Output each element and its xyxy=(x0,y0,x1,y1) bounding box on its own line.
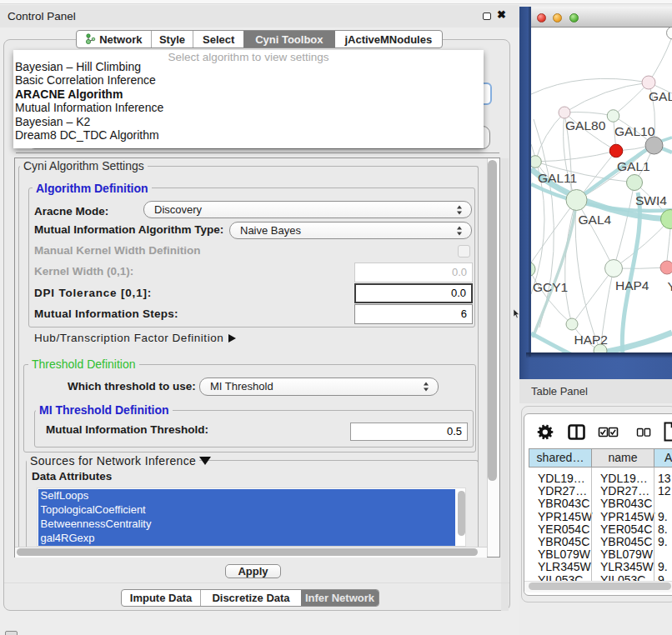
svg-text:GAL7: GAL7 xyxy=(649,89,672,103)
svg-text:GAL11: GAL11 xyxy=(538,171,577,185)
svg-text:HAP2: HAP2 xyxy=(574,332,609,347)
svg-text:YEL0: YEL0 xyxy=(668,279,672,293)
svg-text:HAP4: HAP4 xyxy=(615,278,649,292)
svg-text:GAL1: GAL1 xyxy=(617,159,650,173)
svg-text:GAL4: GAL4 xyxy=(579,212,612,227)
svg-text:GAL80: GAL80 xyxy=(565,118,606,132)
svg-text:GCY1: GCY1 xyxy=(533,280,568,294)
svg-text:SWI4: SWI4 xyxy=(635,193,667,208)
svg-text:GAL10: GAL10 xyxy=(614,124,655,138)
